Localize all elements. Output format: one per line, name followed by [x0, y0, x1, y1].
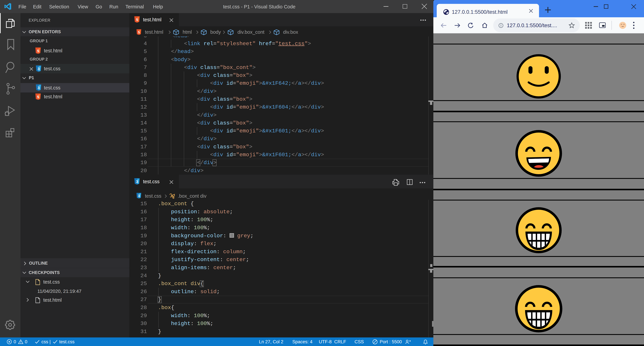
svg-text:3: 3	[38, 86, 40, 90]
svg-text:5: 5	[37, 49, 39, 53]
svg-text:5: 5	[136, 18, 138, 22]
svg-text:3: 3	[38, 67, 40, 71]
svg-text:5: 5	[37, 95, 39, 99]
svg-text:3: 3	[138, 194, 140, 198]
svg-text:5: 5	[138, 30, 140, 34]
svg-text:3: 3	[136, 179, 138, 184]
